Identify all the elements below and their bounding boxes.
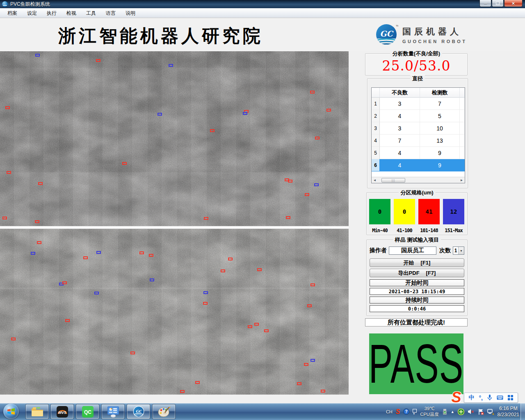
zone-Min-40: 0Min-40 bbox=[369, 199, 390, 233]
paint-palette-icon bbox=[158, 406, 170, 418]
taskbar-qc-app[interactable]: QC bbox=[76, 404, 99, 419]
detection-box bbox=[321, 390, 325, 393]
menu-item-设定[interactable]: 设定 bbox=[22, 8, 42, 18]
image-divider bbox=[0, 226, 349, 229]
table-filler bbox=[372, 171, 465, 177]
detection-box bbox=[264, 329, 269, 332]
menu-item-说明[interactable]: 说明 bbox=[121, 8, 140, 18]
antivirus-icon[interactable] bbox=[458, 409, 464, 415]
detection-box bbox=[96, 59, 100, 62]
show-desktop-button[interactable] bbox=[520, 403, 525, 420]
detection-box bbox=[310, 283, 315, 286]
detection-box bbox=[31, 252, 35, 255]
horizontal-scrollbar[interactable]: ◄ ► bbox=[372, 177, 465, 183]
ime-mode-chinese[interactable]: 中 bbox=[469, 394, 475, 402]
svg-text:QC: QC bbox=[84, 409, 91, 415]
menu-item-工具[interactable]: 工具 bbox=[81, 8, 101, 18]
menu-item-档案[interactable]: 档案 bbox=[2, 8, 22, 18]
count-value: 1 bbox=[453, 247, 458, 254]
svg-text:GC: GC bbox=[135, 409, 142, 413]
table-row-3[interactable]: 3310 bbox=[372, 122, 465, 135]
language-indicator[interactable]: CH bbox=[386, 409, 393, 414]
table-row-4[interactable]: 4713 bbox=[372, 135, 465, 147]
detection-box bbox=[286, 216, 290, 219]
guochen-logo: GC TM 国辰机器人 GUOCHEN ROBOT bbox=[375, 23, 467, 47]
detection-box bbox=[307, 304, 312, 307]
start-time-value: 2021-08-23 18:15:49 bbox=[370, 288, 464, 295]
scrollbar-thumb[interactable] bbox=[381, 178, 405, 183]
detection-box bbox=[150, 278, 154, 281]
result-indicator: PASS bbox=[369, 333, 463, 394]
ime-toolbar[interactable]: S 中 °, bbox=[464, 393, 518, 403]
svg-text:✕: ✕ bbox=[471, 410, 474, 414]
volume-muted-icon[interactable]: ✕ bbox=[468, 409, 475, 415]
menu-item-语言[interactable]: 语言 bbox=[101, 8, 121, 18]
clock[interactable]: 6:16 PM 8/23/2021 bbox=[498, 406, 519, 418]
menu-item-检视[interactable]: 检视 bbox=[62, 8, 81, 18]
detection-box bbox=[35, 220, 39, 223]
folder-icon bbox=[31, 406, 44, 417]
help-icon[interactable]: ? bbox=[403, 409, 409, 415]
zone-range-label: Min-40 bbox=[369, 228, 390, 233]
zone-101-148: 41101-148 bbox=[418, 199, 440, 233]
restore-window-icon[interactable] bbox=[413, 409, 417, 414]
svg-text:✕: ✕ bbox=[481, 412, 483, 415]
taskbar-paint[interactable] bbox=[152, 404, 176, 419]
detection-box bbox=[204, 217, 208, 220]
close-button[interactable]: ✕ bbox=[504, 0, 523, 7]
start-button-orb[interactable] bbox=[3, 404, 19, 419]
detection-box bbox=[257, 268, 262, 271]
show-hidden-icons[interactable]: ▲ bbox=[451, 410, 454, 414]
keyboard-icon[interactable] bbox=[497, 395, 503, 400]
table-row-1[interactable]: 137 bbox=[372, 98, 465, 110]
usb-device-icon[interactable] bbox=[442, 409, 447, 415]
diameter-table-body: 13724533104713549649 bbox=[372, 98, 465, 171]
sample-group: 样品 测试输入项目 操作者 次数 1 ▼ 开始[F1] 导出PDF[F7] 开始… bbox=[366, 240, 468, 316]
table-row-2[interactable]: 245 bbox=[372, 110, 465, 122]
taskbar-display-settings[interactable] bbox=[101, 404, 125, 419]
taskbar-explorer[interactable] bbox=[25, 404, 49, 419]
operator-input[interactable] bbox=[389, 247, 436, 255]
detection-box bbox=[243, 112, 247, 115]
punctuation-icon[interactable]: °, bbox=[479, 395, 483, 401]
image-bottom[interactable] bbox=[0, 229, 349, 395]
network-warning-icon[interactable]: ! bbox=[487, 409, 494, 415]
table-row-6[interactable]: 649 bbox=[372, 159, 465, 171]
action-center-flag-icon[interactable]: ✕ bbox=[478, 409, 484, 415]
diameter-table[interactable]: 不良数 检测数 13724533104713549649 ◄ ► bbox=[371, 87, 465, 183]
menu-item-执行[interactable]: 执行 bbox=[42, 8, 62, 18]
count-combobox[interactable]: 1 ▼ bbox=[453, 247, 464, 255]
result-text: PASS bbox=[369, 333, 463, 394]
column-header-stub bbox=[460, 88, 465, 98]
image-top[interactable] bbox=[0, 51, 349, 226]
chevron-down-icon[interactable]: ▼ bbox=[458, 247, 464, 254]
table-row-5[interactable]: 549 bbox=[372, 147, 465, 159]
toolbox-grid-icon[interactable] bbox=[508, 395, 513, 400]
detection-box bbox=[254, 323, 259, 326]
taskbar-guochen-app[interactable]: GC bbox=[127, 404, 150, 419]
restore-button[interactable] bbox=[492, 0, 504, 7]
sogou-logo-icon[interactable]: S bbox=[452, 390, 461, 405]
column-header-defects[interactable]: 不良数 bbox=[380, 88, 420, 98]
cpu-temperature[interactable]: 39℃ CPU温度 bbox=[420, 406, 438, 418]
detection-box bbox=[326, 109, 331, 112]
detection-box bbox=[203, 291, 208, 294]
detection-box bbox=[248, 325, 252, 328]
scroll-left-icon[interactable]: ◄ bbox=[372, 177, 378, 183]
detection-box bbox=[11, 338, 16, 340]
taskbar-mvs-app[interactable]: MVS bbox=[50, 404, 74, 419]
zone-151-Max: 12151-Max bbox=[443, 199, 464, 233]
scroll-right-icon[interactable]: ► bbox=[459, 177, 465, 183]
microphone-icon[interactable] bbox=[487, 395, 492, 401]
column-header-detected[interactable]: 检测数 bbox=[420, 88, 460, 98]
count-label: 次数 bbox=[439, 247, 451, 254]
start-button[interactable]: 开始[F1] bbox=[370, 258, 464, 267]
zone-range-label: 151-Max bbox=[443, 228, 464, 233]
image-texture bbox=[0, 51, 349, 226]
sogou-tray-icon[interactable]: S bbox=[396, 408, 400, 415]
export-pdf-button[interactable]: 导出PDF[F7] bbox=[370, 269, 464, 277]
display-settings-icon bbox=[107, 406, 120, 418]
minimize-button[interactable]: ─ bbox=[479, 0, 491, 7]
table-header: 不良数 检测数 bbox=[372, 88, 465, 98]
detection-box bbox=[96, 251, 101, 254]
